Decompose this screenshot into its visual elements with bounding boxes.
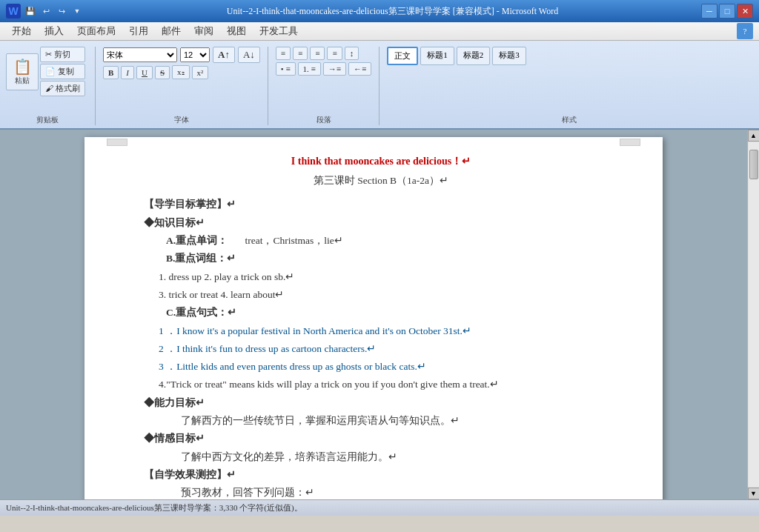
knowledge-header: ◆知识目标↵ <box>144 214 618 232</box>
menu-references[interactable]: 引用 <box>123 23 154 39</box>
bullet-list-btn[interactable]: • ≡ <box>276 62 296 76</box>
font-family-select[interactable]: 宋体 <box>103 47 177 62</box>
key-sentences-line: C.重点句式：↵ <box>166 304 618 322</box>
menu-insert[interactable]: 插入 <box>39 23 70 39</box>
minimize-btn[interactable]: ─ <box>701 4 717 19</box>
menu-home[interactable]: 开始 <box>6 23 37 39</box>
style-heading2[interactable]: 标题2 <box>457 47 491 65</box>
menu-page-layout[interactable]: 页面布局 <box>71 23 122 39</box>
ribbon-styles: 正文 标题1 标题2 标题3 样式 <box>382 44 756 128</box>
key-words-line: A.重点单词： treat，Christmas，lie↵ <box>166 232 618 250</box>
line-spacing-btn[interactable]: ↕ <box>345 47 359 60</box>
main-area: I think that mooncakes are delicious！↵ 第… <box>0 130 759 499</box>
style-normal[interactable]: 正文 <box>387 47 418 65</box>
section2-header: 【自学效果测控】↵ <box>144 466 618 484</box>
preview-instruction: 预习教材，回答下列问题：↵ <box>181 484 618 499</box>
subscript-btn[interactable]: x₂ <box>172 65 190 79</box>
align-left-btn[interactable]: ≡ <box>276 47 291 60</box>
ruler-mark-tl <box>107 139 127 146</box>
paste-btn[interactable]: 📋 粘贴 <box>6 53 39 90</box>
doc-page: I think that mooncakes are delicious！↵ 第… <box>84 137 663 499</box>
sentence2: 2 ．I think it's fun to dress up as carto… <box>159 340 618 358</box>
menu-bar: 开始 插入 页面布局 引用 邮件 审阅 视图 开发工具 ? <box>0 22 759 41</box>
font-label: 字体 <box>103 113 260 125</box>
doc-container[interactable]: I think that mooncakes are delicious！↵ 第… <box>0 130 747 499</box>
doc-title: I think that mooncakes are delicious！↵ <box>144 152 618 170</box>
font-shrink-btn[interactable]: A↓ <box>238 47 260 63</box>
ribbon-font: 宋体 12 A↑ A↓ B I U S x₂ x² 字体 <box>99 44 265 128</box>
cut-btn[interactable]: ✂ 剪切 <box>40 47 85 62</box>
status-doc-info: Unit--2-I-think-that-mooncakes-are-delic… <box>6 502 302 513</box>
redo-quick-btn[interactable]: ↪ <box>55 4 68 18</box>
sentence4: 4."Trick or treat" means kids will play … <box>159 376 618 393</box>
scrollbar-right[interactable]: ▲ ▼ <box>747 130 759 499</box>
key-sentences-label: C.重点句式：↵ <box>166 307 236 318</box>
indent-btn[interactable]: →≡ <box>323 62 346 76</box>
title-bar-left: W 💾 ↩ ↪ ▼ <box>6 4 84 19</box>
key-phrases-label: B.重点词组：↵ <box>166 253 236 264</box>
align-center-btn[interactable]: ≡ <box>293 47 308 60</box>
ribbon: 📋 粘贴 ✂ 剪切 📄 复制 🖌 格式刷 剪贴板 宋体 12 A↑ A↓ B I… <box>0 41 759 130</box>
ribbon-clipboard: 📋 粘贴 ✂ 剪切 📄 复制 🖌 格式刷 剪贴板 <box>3 44 92 128</box>
ability-content: 了解西方的一些传统节日，掌握和运用宾语从句等知识点。↵ <box>181 412 618 430</box>
key-phrases-line: B.重点词组：↵ <box>166 250 618 267</box>
menu-review[interactable]: 审阅 <box>188 23 219 39</box>
close-btn[interactable]: ✕ <box>737 4 753 19</box>
section1-header: 【导学目标掌控】↵ <box>144 196 618 213</box>
status-bar: Unit--2-I-think-that-mooncakes-are-delic… <box>0 499 759 516</box>
menu-developer[interactable]: 开发工具 <box>253 23 304 39</box>
sentence1: 1 ．I know it's a popular festival in Nor… <box>159 322 618 340</box>
style-heading1[interactable]: 标题1 <box>420 47 454 65</box>
phrase2: 3. trick or treat 4. learn about↵ <box>159 286 618 304</box>
font-grow-btn[interactable]: A↑ <box>213 47 235 63</box>
ability-header: ◆能力目标↵ <box>144 394 618 412</box>
emotion-header: ◆情感目标↵ <box>144 430 618 448</box>
doc-content: I think that mooncakes are delicious！↵ 第… <box>144 152 618 499</box>
paragraph-label: 段落 <box>276 113 371 125</box>
ribbon-paragraph: ≡ ≡ ≡ ≡ ↕ • ≡ 1. ≡ →≡ ←≡ 段落 <box>271 44 376 128</box>
copy-btn[interactable]: 📄 复制 <box>40 64 85 79</box>
save-quick-btn[interactable]: 💾 <box>24 4 37 18</box>
scroll-up-btn[interactable]: ▲ <box>748 130 760 142</box>
sentence3: 3 ．Little kids and even parents dress up… <box>159 358 618 376</box>
menu-view[interactable]: 视图 <box>221 23 252 39</box>
window-controls: ─ □ ✕ <box>701 4 753 19</box>
scroll-track[interactable] <box>749 142 759 487</box>
menu-mailing[interactable]: 邮件 <box>156 23 187 39</box>
key-words-content: treat，Christmas，lie↵ <box>245 235 343 246</box>
clipboard-label: 剪贴板 <box>6 113 89 125</box>
italic-btn[interactable]: I <box>121 66 134 79</box>
customize-quick-btn[interactable]: ▼ <box>70 4 84 18</box>
phrase1: 1. dress up 2. play a trick on sb.↵ <box>159 268 618 286</box>
ruler-mark-tr <box>620 139 640 146</box>
outdent-btn[interactable]: ←≡ <box>348 62 371 76</box>
align-right-btn[interactable]: ≡ <box>310 47 325 60</box>
doc-subtitle: 第三课时 Section B（1a-2a）↵ <box>144 172 618 190</box>
style-heading3[interactable]: 标题3 <box>492 47 526 65</box>
emotion-content: 了解中西方文化的差异，培养语言运用能力。↵ <box>181 448 618 466</box>
bold-btn[interactable]: B <box>103 66 119 79</box>
scroll-down-btn[interactable]: ▼ <box>748 488 760 499</box>
title-bar: W 💾 ↩ ↪ ▼ Unit--2-I-think-that-mooncakes… <box>0 0 759 22</box>
restore-btn[interactable]: □ <box>719 4 735 19</box>
undo-quick-btn[interactable]: ↩ <box>39 4 53 18</box>
strikethrough-btn[interactable]: S <box>155 66 170 79</box>
scroll-thumb[interactable] <box>749 150 758 179</box>
justify-btn[interactable]: ≡ <box>327 47 342 60</box>
superscript-btn[interactable]: x² <box>192 66 209 79</box>
word-icon: W <box>6 4 21 19</box>
numbered-list-btn[interactable]: 1. ≡ <box>298 62 321 76</box>
key-words-label: A.重点单词： <box>166 235 228 246</box>
format-painter-btn[interactable]: 🖌 格式刷 <box>40 81 85 96</box>
underline-btn[interactable]: U <box>136 66 153 79</box>
styles-label: 样式 <box>387 113 752 125</box>
help-btn[interactable]: ? <box>737 23 753 39</box>
font-size-select[interactable]: 12 <box>180 47 210 62</box>
window-title: Unit--2-I-think-that-mooncakes-are-delic… <box>227 5 558 18</box>
